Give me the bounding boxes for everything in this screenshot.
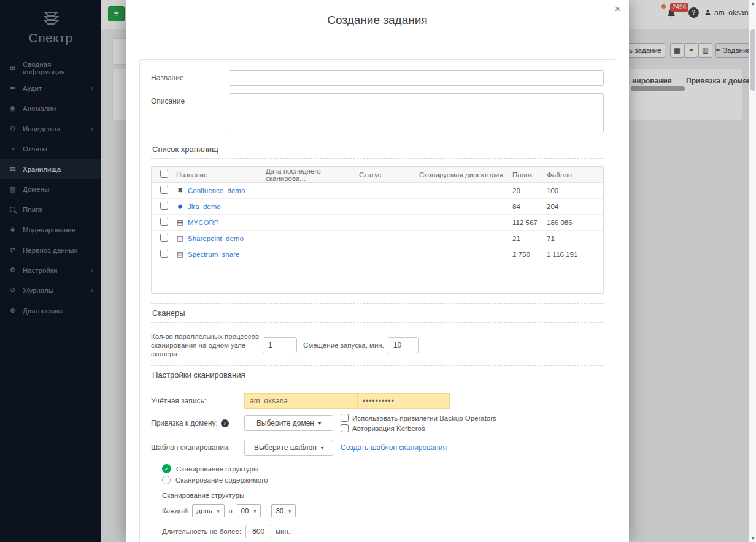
storage-link[interactable]: MYCORP [188,219,218,226]
account-password-input[interactable] [357,393,450,409]
cell-folders: 20 [512,187,547,194]
modal-title: Создание задания [126,0,629,27]
minute-select[interactable]: 30 ∨ [271,504,296,517]
cell-files: 100 [547,187,603,194]
select-template-dropdown[interactable]: Выберите шаблон ▾ [244,440,333,456]
colon-separator: : [265,507,267,514]
hour-select[interactable]: 00 ∨ [237,504,261,517]
col-files: Файлов [547,171,603,178]
vertical-scrollbar[interactable]: ▲ ▼ [749,0,756,542]
caret-down-icon: ▾ [318,421,321,426]
table-row: ◫Sharepoint_demo 21 71 [152,231,603,246]
cell-files: 186 086 [547,219,603,226]
row-checkbox[interactable] [160,202,168,210]
col-folders: Папок [512,171,547,178]
col-scanned-directory: Сканируемая директория [419,171,512,178]
vertical-scrollbar-thumb[interactable] [750,29,755,91]
check-icon: ✓ [164,466,169,472]
server-icon: ▤ [176,218,184,226]
kerberos-option[interactable]: Авторизация Kerberos [341,424,496,432]
row-checkbox[interactable] [160,250,168,258]
account-login-input[interactable] [244,393,357,409]
launch-offset-input[interactable] [388,337,418,353]
backup-operators-option[interactable]: Использовать привилегии Backup Operators [341,414,496,422]
confluence-icon: ✖ [176,186,184,194]
structure-scan-radio[interactable]: ✓ [162,464,171,473]
kerberos-checkbox[interactable] [341,424,349,432]
select-caret-icon: ∨ [217,508,220,514]
storages-section-title: Список хранилищ [151,140,604,159]
app-root: Спектр ⊞ Сводная информация ≣ Аудит ‹ ◉ … [0,0,756,542]
duration-unit-label: мин. [276,528,290,535]
account-label: Учётная запись: [151,397,244,405]
scan-template-label: Шаблон сканирования: [151,443,244,452]
select-caret-icon: ∨ [288,508,291,514]
jira-icon: ◆ [176,202,184,210]
cell-files: 1 116 191 [547,251,603,258]
storage-link[interactable]: Confluence_demo [188,187,245,194]
col-last-scan-date: Дата последнего сканирова... [266,167,359,182]
description-label: Описание [151,93,229,132]
parallel-processes-input[interactable] [263,337,297,353]
select-all-checkbox[interactable] [160,170,168,178]
cell-files: 71 [547,235,603,242]
select-caret-icon: ∨ [253,508,256,514]
duration-input[interactable] [245,525,271,538]
task-name-input[interactable] [229,70,604,86]
info-icon[interactable]: i [221,419,229,427]
modal-form-panel: Название Описание Список хранилищ Назван… [139,59,615,542]
structure-scan-subtitle: Сканирование структуры [162,492,604,499]
every-label: Каждый [162,507,188,514]
storage-link[interactable]: Jira_demo [188,203,221,210]
cell-folders: 112 567 [512,219,547,226]
scanners-section-title: Сканеры [151,303,604,323]
parallel-processes-label: Кол-во параллельных процессов сканирован… [151,332,263,358]
storage-link[interactable]: Sharepoint_demo [188,235,244,242]
storage-link[interactable]: Spectrum_share [188,251,239,258]
cell-folders: 2 750 [512,251,547,258]
server-icon: ▤ [176,250,184,258]
row-checkbox[interactable] [160,234,168,242]
caret-down-icon: ▾ [321,445,323,451]
content-scan-radio-label: Сканирование содержимого [176,476,268,484]
col-name: Название [176,171,266,178]
domain-binding-label: Привязка к домену: i [151,419,244,427]
launch-offset-label: Смещение запуска, мин. [303,342,384,349]
storages-table-header: Название Дата последнего сканирова... Ст… [152,167,603,183]
scan-settings-section-title: Настройки сканирования [151,365,604,384]
scroll-down-arrow-icon[interactable]: ▼ [749,535,756,542]
row-checkbox[interactable] [160,186,168,194]
create-template-link[interactable]: Создать шаблон сканирования [341,443,447,452]
table-row: ◆Jira_demo 84 204 [152,199,603,215]
at-label: в [229,507,233,514]
name-label: Название [151,70,229,86]
cell-folders: 21 [512,235,547,242]
row-checkbox[interactable] [160,218,168,226]
storages-table: Название Дата последнего сканирова... Ст… [151,166,604,294]
col-status: Статус [359,171,419,178]
duration-label: Длительность не более: [162,528,241,535]
cell-files: 204 [547,203,603,210]
cell-folders: 84 [512,203,547,210]
backup-operators-checkbox[interactable] [341,414,349,422]
select-domain-dropdown[interactable]: Выберите домен ▾ [244,415,333,431]
period-select[interactable]: день ∨ [192,504,224,517]
table-row: ▤Spectrum_share 2 750 1 116 191 [152,246,603,262]
task-description-input[interactable] [229,93,604,132]
content-scan-radio[interactable] [162,476,171,484]
structure-scan-radio-label: Сканирование структуры [176,465,258,473]
scroll-up-arrow-icon[interactable]: ▲ [749,0,756,7]
sharepoint-icon: ◫ [176,234,184,242]
close-icon[interactable]: × [615,4,620,15]
create-task-modal: × Создание задания Название Описание Спи… [126,0,629,542]
table-row: ▤MYCORP 112 567 186 086 [152,215,603,231]
table-row: ✖Confluence_demo 20 100 [152,183,603,199]
